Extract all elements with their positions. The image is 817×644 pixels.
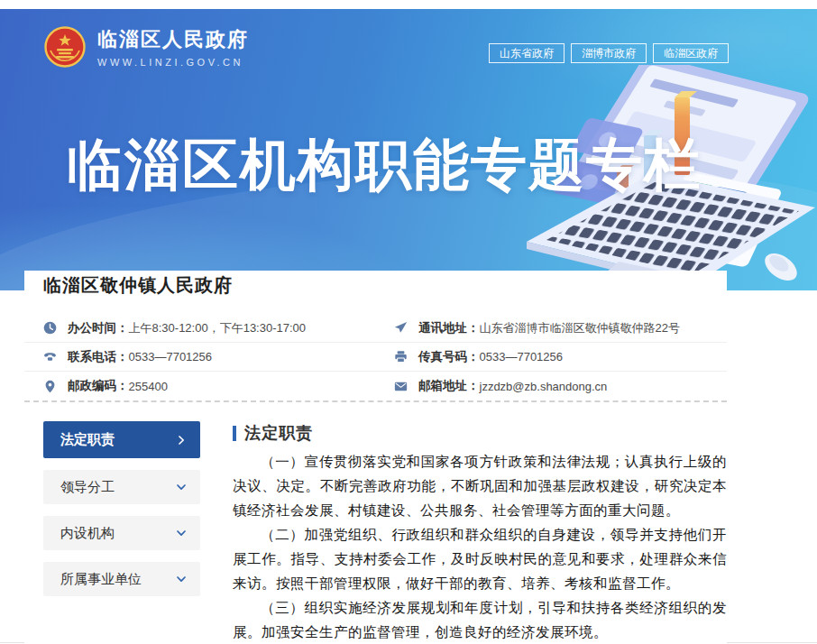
page: 临淄区人民政府 WWW.LINZI.GOV.CN 山东省政府 淄博市政府 临淄区… bbox=[0, 0, 817, 644]
duty-paragraph-2: （二）加强党组织、行政组织和群众组织的自身建设，领导并支持他们开展工作。指导、支… bbox=[233, 522, 727, 595]
body-row: 法定职责 领导分工 内设机构 bbox=[24, 421, 727, 644]
contact-info-section: 办公时间： 上午8:30-12:00，下午13:30-17:00 通讯地址： 山… bbox=[24, 314, 727, 402]
phone-icon bbox=[43, 350, 57, 363]
contact-postcode: 邮政编码： 255400 bbox=[24, 372, 394, 400]
contact-address: 通讯地址： 山东省淄博市临淄区敬仲镇敬仲路22号 bbox=[394, 314, 727, 343]
nav-link-linzi-gov[interactable]: 临淄区政府 bbox=[653, 43, 729, 63]
chevron-down-icon bbox=[176, 528, 187, 538]
chevron-down-icon bbox=[176, 574, 187, 584]
contact-value: 上午8:30-12:00，下午13:30-17:00 bbox=[129, 320, 307, 336]
mail-icon bbox=[394, 380, 408, 393]
contact-email: 邮箱地址： jzzdzb@zb.shandong.cn bbox=[394, 372, 727, 400]
org-title: 临淄区敬仲镇人民政府 bbox=[43, 273, 233, 298]
contact-phone: 联系电话： 0533—7701256 bbox=[24, 343, 394, 372]
section-heading: 法定职责 bbox=[233, 422, 727, 444]
contact-value: jzzdzb@zb.shandong.cn bbox=[480, 380, 608, 393]
contact-value: 0533—7701256 bbox=[129, 350, 213, 363]
site-logo-block[interactable]: 临淄区人民政府 WWW.LINZI.GOV.CN bbox=[43, 25, 249, 69]
chevron-right-icon bbox=[176, 435, 187, 446]
duty-paragraph-3: （三）组织实施经济发展规划和年度计划，引导和扶持各类经济组织的发展。加强安全生产… bbox=[233, 595, 727, 644]
duty-paragraph-1: （一）宣传贯彻落实党和国家各项方针政策和法律法规；认真执行上级的决议、决定。不断… bbox=[233, 449, 727, 522]
fax-icon bbox=[394, 350, 408, 363]
location-pin-icon bbox=[43, 380, 57, 393]
sidebar-item-label: 内设机构 bbox=[60, 525, 115, 542]
section-heading-text: 法定职责 bbox=[244, 422, 313, 444]
national-emblem-icon bbox=[43, 25, 87, 69]
contact-label: 传真号码： bbox=[418, 349, 480, 365]
contact-label: 通讯地址： bbox=[418, 320, 480, 336]
contact-label: 邮政编码： bbox=[68, 378, 129, 394]
nav-link-shandong-gov[interactable]: 山东省政府 bbox=[489, 43, 565, 63]
site-name: 临淄区人民政府 bbox=[97, 26, 249, 53]
contact-label: 邮箱地址： bbox=[418, 378, 480, 394]
mouse-decoration bbox=[760, 248, 803, 287]
contact-value: 山东省淄博市临淄区敬仲镇敬仲路22号 bbox=[480, 320, 680, 336]
contact-label: 联系电话： bbox=[68, 349, 129, 365]
contact-value: 0533—7701256 bbox=[480, 350, 564, 363]
gov-links: 山东省政府 淄博市政府 临淄区政府 bbox=[489, 43, 729, 63]
contact-value: 255400 bbox=[129, 380, 168, 393]
sidebar-item-label: 所属事业单位 bbox=[60, 571, 142, 588]
contact-office-hours: 办公时间： 上午8:30-12:00，下午13:30-17:00 bbox=[24, 314, 394, 343]
content-area: 办公时间： 上午8:30-12:00，下午13:30-17:00 通讯地址： 山… bbox=[24, 300, 727, 644]
send-icon bbox=[394, 321, 408, 335]
sidebar-item-internal-orgs[interactable]: 内设机构 bbox=[43, 516, 200, 550]
banner-title: 临淄区机构职能专题专栏 bbox=[67, 127, 702, 203]
clock-icon bbox=[43, 321, 57, 335]
main-content: 法定职责 （一）宣传贯彻落实党和国家各项方针政策和法律法规；认真执行上级的决议、… bbox=[233, 421, 727, 644]
site-url: WWW.LINZI.GOV.CN bbox=[97, 57, 249, 68]
nav-link-zibo-gov[interactable]: 淄博市政府 bbox=[571, 43, 647, 63]
sidebar-item-label: 法定职责 bbox=[60, 431, 115, 448]
sidebar-menu: 法定职责 领导分工 内设机构 bbox=[43, 421, 200, 644]
chevron-down-icon bbox=[176, 482, 187, 492]
heading-accent-bar bbox=[233, 426, 236, 441]
banner: 临淄区人民政府 WWW.LINZI.GOV.CN 山东省政府 淄博市政府 临淄区… bbox=[0, 9, 817, 290]
org-title-bar: 临淄区敬仲镇人民政府 bbox=[24, 271, 727, 300]
contact-fax: 传真号码： 0533—7701256 bbox=[394, 343, 727, 372]
site-identity: 临淄区人民政府 WWW.LINZI.GOV.CN bbox=[97, 26, 249, 68]
sidebar-item-subordinate-units[interactable]: 所属事业单位 bbox=[43, 562, 200, 596]
sidebar-item-label: 领导分工 bbox=[60, 479, 115, 496]
contact-label: 办公时间： bbox=[68, 320, 129, 336]
sidebar-item-leadership[interactable]: 领导分工 bbox=[43, 470, 200, 504]
sidebar-item-legal-duties[interactable]: 法定职责 bbox=[43, 421, 200, 458]
